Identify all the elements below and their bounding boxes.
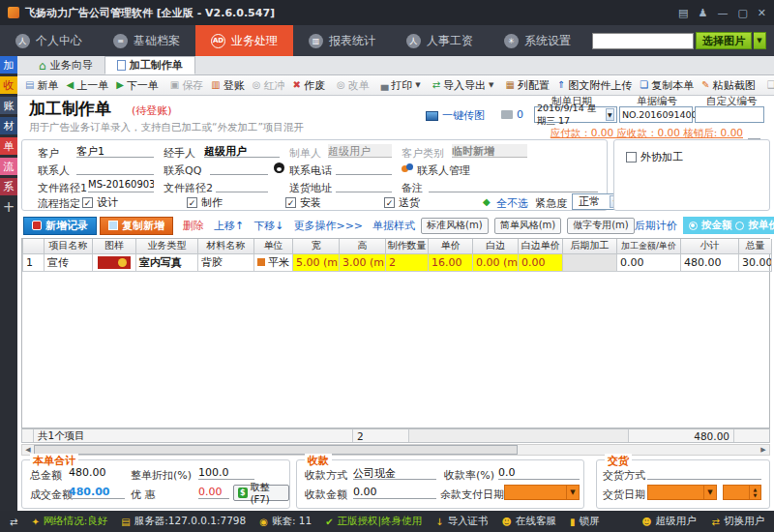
cell-image[interactable] bbox=[93, 253, 136, 271]
cell-white-edge[interactable]: 0.00 (m) bbox=[473, 253, 519, 271]
col-type[interactable]: 业务类型 bbox=[136, 239, 198, 253]
col-name[interactable]: 项目名称 bbox=[45, 239, 93, 253]
print-count[interactable]: 0 bbox=[501, 108, 523, 121]
cell-unit[interactable]: 平米 bbox=[254, 253, 293, 271]
move-down-link[interactable]: 下移↓ bbox=[253, 219, 283, 233]
due-date-dropdown[interactable]: ▼ bbox=[504, 485, 580, 500]
address-field[interactable] bbox=[336, 179, 392, 192]
minimize-button[interactable]: — bbox=[717, 7, 728, 19]
contact-manager-link[interactable]: 联系人管理 bbox=[417, 163, 470, 178]
checkbox-design[interactable]: ✓设计 bbox=[82, 195, 118, 210]
toolbar-modify[interactable]: ◎改单 bbox=[333, 78, 373, 93]
radio-by-amount[interactable] bbox=[689, 222, 698, 230]
cell-material[interactable]: 背胶 bbox=[198, 253, 254, 271]
col-white-edge-price[interactable]: 白边单价 bbox=[519, 239, 563, 253]
off-field[interactable]: 0.00 bbox=[198, 486, 229, 499]
pay-amount-field[interactable]: 0.00 bbox=[353, 486, 436, 499]
toolbar-copy-order[interactable]: ❏复制本单 bbox=[636, 78, 698, 93]
cell-width[interactable]: 5.00 (m) bbox=[293, 253, 340, 271]
sidebar-item-liu[interactable]: 流 bbox=[0, 158, 17, 175]
path1-field[interactable]: MS-20160903ZFQV:C:\ bbox=[88, 179, 154, 192]
online-support-link[interactable]: ☻在线客服 bbox=[502, 515, 556, 528]
nav-hr-payroll[interactable]: 人人事工资 bbox=[391, 25, 489, 56]
maximize-button[interactable]: ▢ bbox=[737, 7, 747, 19]
lock-screen-link[interactable]: ▮锁屏 bbox=[570, 515, 600, 528]
sidebar-item-cai[interactable]: 材 bbox=[0, 117, 17, 134]
tab-business-wizard[interactable]: ⌂业务向导 bbox=[27, 56, 104, 74]
one-click-upload-link[interactable]: 一键传图 bbox=[426, 108, 485, 123]
cell-type[interactable]: 室内写真 bbox=[136, 253, 198, 271]
skin-icon[interactable]: ♟ bbox=[699, 7, 708, 19]
qq-icon[interactable] bbox=[274, 163, 284, 173]
cell-name[interactable]: 宣传 bbox=[45, 253, 93, 271]
doc-style-link[interactable]: 单据样式 bbox=[372, 219, 415, 233]
cell-height[interactable]: 3.00 (m) bbox=[340, 253, 386, 271]
contact-field[interactable] bbox=[76, 162, 154, 175]
horizontal-scrollbar[interactable]: ◀ ▶ bbox=[21, 444, 770, 456]
col-white-edge[interactable]: 白边 bbox=[473, 239, 519, 253]
col-total[interactable]: 总量 bbox=[739, 239, 772, 253]
tab-processing-order[interactable]: 加工制作单 bbox=[104, 56, 195, 74]
sidebar-item-dan[interactable]: 单 bbox=[0, 137, 17, 155]
delivery-time-spinner[interactable]: ▲▼ bbox=[723, 485, 761, 500]
col-post-process[interactable]: 后期加工 bbox=[563, 239, 617, 253]
move-up-link[interactable]: 上移↑ bbox=[214, 219, 244, 233]
delivery-method-field[interactable] bbox=[647, 466, 761, 480]
discount-field[interactable]: 100.0 bbox=[198, 466, 254, 480]
item-thumbnail[interactable] bbox=[98, 256, 131, 269]
col-rownum[interactable] bbox=[23, 239, 45, 253]
qq-field[interactable] bbox=[210, 162, 268, 175]
toolbar-import-export[interactable]: ⇄导入导出▼ bbox=[429, 78, 498, 93]
toolbar-void[interactable]: ✖作废 bbox=[289, 78, 329, 93]
remark-field[interactable] bbox=[429, 179, 598, 192]
checkbox-delivery[interactable]: ✓送货 bbox=[384, 195, 420, 210]
col-price[interactable]: 单价 bbox=[429, 239, 473, 253]
cell-post-process[interactable] bbox=[563, 253, 617, 271]
round-button[interactable]: $取整(F7) bbox=[233, 485, 289, 501]
sidebar-item-jia[interactable]: 加 bbox=[0, 56, 17, 74]
toolbar-paste-screenshot[interactable]: ✎粘贴截图 bbox=[698, 78, 759, 93]
pay-method-field[interactable]: 公司现金 bbox=[353, 466, 436, 480]
nav-report-statistics[interactable]: ▥报表统计 bbox=[293, 25, 391, 56]
cell-price[interactable]: 16.00 bbox=[429, 253, 473, 271]
toolbar-attachment-upload[interactable]: ⇑图文附件上传 bbox=[553, 78, 636, 93]
col-image[interactable]: 图样 bbox=[93, 239, 136, 253]
image-search-input[interactable] bbox=[592, 33, 694, 49]
nav-business-processing[interactable]: AD业务处理 bbox=[195, 25, 293, 56]
sidebar-item-zhang[interactable]: 账 bbox=[0, 97, 17, 114]
sidebar-item-shou[interactable]: 收 bbox=[0, 76, 17, 94]
table-row[interactable]: 1 宣传 室内写真 背胶 平米 5.00 (m) 3.00 (m) 2 16.0… bbox=[23, 253, 772, 271]
toolbar-next[interactable]: ▶下一单 bbox=[112, 78, 163, 93]
scrollbar-thumb[interactable] bbox=[34, 445, 518, 455]
col-height[interactable]: 高 bbox=[340, 239, 386, 253]
pick-image-dropdown-arrow[interactable]: ▼ bbox=[754, 32, 766, 49]
col-unit[interactable]: 单位 bbox=[254, 239, 293, 253]
col-material[interactable]: 材料名称 bbox=[198, 239, 254, 253]
sidebar-add-button[interactable]: + bbox=[0, 198, 17, 216]
cell-qty[interactable]: 2 bbox=[386, 253, 429, 271]
custom-no-input[interactable] bbox=[695, 106, 764, 123]
pay-rate-field[interactable]: 0.0 bbox=[498, 466, 580, 480]
style-simple-button[interactable]: 简单风格(m) bbox=[494, 218, 562, 234]
col-qty[interactable]: 制作数量 bbox=[386, 239, 429, 253]
col-subtotal[interactable]: 小计 bbox=[681, 239, 739, 253]
checkbox-production[interactable]: ✓制作 bbox=[187, 195, 223, 210]
delete-link[interactable]: 删除 bbox=[183, 219, 204, 233]
toolbar-post[interactable]: ▥登账 bbox=[207, 78, 248, 93]
style-standard-button[interactable]: 标准风格(m) bbox=[421, 218, 489, 234]
cell-process-amount[interactable]: 0.00 bbox=[617, 253, 681, 271]
switch-user-link[interactable]: ⇄切换用户 bbox=[712, 515, 764, 528]
toolbar-red-reverse[interactable]: ◎红冲 bbox=[249, 78, 289, 93]
toolbar-new[interactable]: ▤新单 bbox=[21, 78, 62, 93]
col-width[interactable]: 宽 bbox=[293, 239, 340, 253]
close-button[interactable]: ✕ bbox=[758, 7, 766, 19]
toolbar-view-payment[interactable]: ❑查看收款过程 bbox=[763, 78, 774, 93]
style-word-button[interactable]: 做字专用(m) bbox=[567, 218, 635, 234]
nav-personal-center[interactable]: 人个人中心 bbox=[0, 25, 98, 56]
scroll-right-icon[interactable]: ▶ bbox=[758, 445, 769, 455]
nav-system-settings[interactable]: ✳系统设置 bbox=[489, 25, 586, 56]
more-actions-link[interactable]: 更多操作>>> bbox=[293, 219, 363, 233]
path2-field[interactable] bbox=[216, 179, 268, 192]
toolbar-prev[interactable]: ◀上一单 bbox=[62, 78, 112, 93]
current-user[interactable]: ☻超级用户 bbox=[641, 515, 696, 528]
